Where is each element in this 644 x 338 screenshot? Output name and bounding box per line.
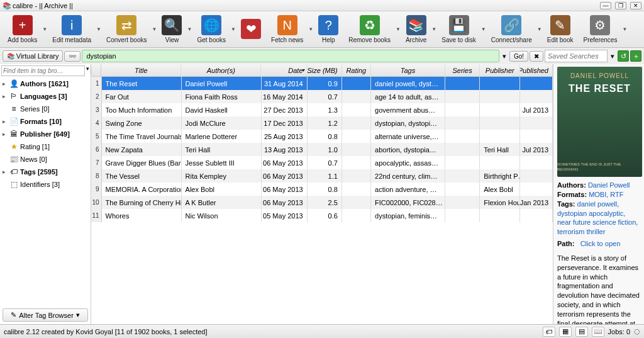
toolbar-drop[interactable]: ▼ — [537, 13, 542, 46]
status-bar: calibre 2.12 created by Kovid Goyal [11 … — [0, 324, 644, 338]
sidebar-item[interactable]: ▸👤Authors [1621] — [0, 77, 91, 90]
alter-tag-browser-button[interactable]: ✎ Alter Tag Browser ▾ — [3, 308, 88, 322]
cover-image[interactable]: DANIEL POWELL THE RESET SOMETIMES THE EN… — [557, 67, 642, 177]
table-row[interactable]: 4Swing ZoneJodi McClure17 Dec 20131.2dys… — [91, 116, 553, 130]
table-row[interactable]: 11WhoresNic Wilson05 May 20130.6dystopia… — [91, 209, 553, 222]
cover-subtitle: SOMETIMES THE END IS JUST THE BEGINNING — [557, 162, 642, 172]
tags-label: Tags: — [557, 200, 575, 208]
layout-list-button[interactable]: ▦ — [559, 327, 572, 337]
col-size[interactable]: Size (MB) — [308, 64, 342, 76]
toolbar-drop[interactable]: ▼ — [431, 13, 436, 46]
main-toolbar: +Add books▼iEdit metadata▼⇄Convert books… — [0, 11, 644, 48]
table-row[interactable]: 8The VesselRita Kempley06 May 20131.122n… — [91, 169, 553, 183]
book-details-panel: DANIEL POWELL THE RESET SOMETIMES THE EN… — [553, 64, 644, 324]
formats-link[interactable]: MOBI, RTF — [589, 191, 623, 198]
saved-dropdown-icon[interactable]: ▾ — [609, 52, 616, 60]
toolbar-preferences[interactable]: ⚙Preferences — [579, 13, 623, 46]
toolbar-drop[interactable]: ▼ — [481, 13, 486, 46]
sidebar-item[interactable]: ▸🏳Languages [3] — [0, 90, 91, 103]
virtual-library-button[interactable]: 📚 Virtual Library — [3, 50, 63, 62]
go-button[interactable]: Go! — [509, 51, 528, 62]
table-row[interactable]: 7Grave Digger Blues (Bare Bones Edi…Jess… — [91, 156, 553, 169]
toolbar-archive[interactable]: 📚Archive — [401, 13, 431, 46]
tag-search-input[interactable] — [1, 65, 85, 76]
toolbar-drop[interactable]: ▼ — [187, 13, 192, 46]
toolbar-drop[interactable]: ▼ — [231, 13, 236, 46]
col-tags[interactable]: Tags — [371, 64, 445, 76]
table-row[interactable]: 1The ResetDaniel Powell31 Aug 20140.9dan… — [91, 77, 553, 90]
toolbar-convert-books[interactable]: ⇄Convert books — [101, 13, 152, 46]
col-rating[interactable]: Rating — [342, 64, 371, 76]
sidebar-item[interactable]: ▸🏛Publisher [649] — [0, 128, 91, 140]
table-row[interactable]: 6New ZapataTeri Hall13 Aug 20131.0aborti… — [91, 143, 553, 156]
minimize-button[interactable]: — — [600, 2, 611, 9]
sidebar-item[interactable]: ★Rating [1] — [0, 140, 91, 153]
clear-search-button[interactable]: ✖ — [530, 51, 543, 62]
toolbar-help[interactable]: ?Help — [313, 13, 343, 46]
search-row: 📚 Virtual Library 👓 ▾ Go! ✖ ▾ ↺ ＋ — [0, 48, 644, 64]
path-link[interactable]: Click to open — [580, 240, 621, 247]
row-number-header — [91, 64, 101, 76]
col-publisher[interactable]: Publisher — [480, 64, 520, 76]
col-published[interactable]: Published — [520, 64, 553, 76]
status-text: calibre 2.12 created by Kovid Goyal [11 … — [4, 328, 207, 335]
title-bar: 📚 calibre - || Archive || — ❐ ✕ — [0, 0, 644, 11]
toolbar-drop[interactable]: ▼ — [42, 13, 47, 46]
tag-browser: ▾ Find ▸👤Authors [1621]▸🏳Languages [3]≡S… — [0, 64, 91, 324]
col-date[interactable]: Date▾ — [261, 64, 307, 76]
saved-searches-input[interactable] — [545, 50, 608, 62]
add-search-button[interactable]: ＋ — [630, 50, 641, 62]
toolbar-drop[interactable]: ▼ — [96, 13, 101, 46]
toolbar-remove-books[interactable]: ♻Remove books — [343, 13, 396, 46]
save-search-button[interactable]: ↺ — [618, 50, 629, 62]
toolbar-donate[interactable]: ❤ — [236, 13, 266, 46]
toolbar-drop[interactable]: ▼ — [152, 13, 157, 46]
book-grid: Title Author(s) Date▾ Size (MB) Rating T… — [91, 64, 553, 324]
toolbar-add-books[interactable]: +Add books — [3, 13, 42, 46]
cover-author: DANIEL POWELL — [570, 72, 629, 81]
table-row[interactable]: 2Far OutFiona Faith Ross16 May 20140.7ag… — [91, 90, 553, 103]
binoculars-button[interactable]: 👓 — [64, 51, 80, 62]
toolbar-drop[interactable]: ▼ — [308, 13, 313, 46]
table-row[interactable]: 9MEMORIA. A Corporation of LiesAlex Bobl… — [91, 183, 553, 196]
col-title[interactable]: Title — [101, 64, 181, 76]
sidebar-item[interactable]: ▸📄Formats [10] — [0, 115, 91, 128]
tag-browser-toggle[interactable]: 🏷 — [543, 327, 555, 337]
jobs-spinner-icon[interactable]: ◌ — [634, 327, 640, 335]
authors-label: Authors: — [557, 181, 586, 189]
search-input[interactable] — [82, 50, 499, 62]
sidebar-item[interactable]: ⬚Identifiers [3] — [0, 178, 91, 191]
window-title: calibre - || Archive || — [13, 2, 73, 9]
toolbar-fetch-news[interactable]: NFetch news — [266, 13, 308, 46]
path-label: Path: — [557, 240, 575, 247]
grid-header: Title Author(s) Date▾ Size (MB) Rating T… — [91, 64, 553, 77]
table-row[interactable]: 10The Burning of Cherry HillA K Butler06… — [91, 196, 553, 209]
toolbar-edit-book[interactable]: ✎Edit book — [542, 13, 579, 46]
toolbar-edit-metadata[interactable]: iEdit metadata — [47, 13, 96, 46]
sidebar-item[interactable]: ≡Series [0] — [0, 103, 91, 115]
cover-title: THE RESET — [569, 82, 631, 96]
jobs-label[interactable]: Jobs: 0 — [608, 328, 630, 335]
toolbar-get-books[interactable]: 🌐Get books — [192, 13, 231, 46]
book-description: The Reset is a story of perseverance. It… — [557, 254, 640, 324]
layout-grid-button[interactable]: ▤ — [575, 327, 588, 337]
toolbar-drop[interactable]: ▼ — [396, 13, 401, 46]
formats-label: Formats: — [557, 191, 587, 198]
tag-search-drop-icon[interactable]: ▾ — [86, 65, 89, 76]
toolbar-connect/share[interactable]: 🔗Connect/share — [486, 13, 537, 46]
sidebar-item[interactable]: ▸🏷Tags [2595] — [0, 166, 91, 178]
close-button[interactable]: ✕ — [630, 2, 641, 9]
maximize-button[interactable]: ❐ — [615, 2, 626, 9]
table-row[interactable]: 5The Time Travel Journals: Bridgebu…Marl… — [91, 130, 553, 143]
toolbar-drop[interactable]: ▼ — [622, 13, 627, 46]
sidebar-item[interactable]: 📰News [0] — [0, 153, 91, 166]
table-row[interactable]: 3Too Much InformationDavid Haskell27 Dec… — [91, 103, 553, 116]
cover-browser-toggle[interactable]: 📖 — [592, 327, 604, 337]
search-dropdown-icon[interactable]: ▾ — [501, 52, 508, 60]
col-series[interactable]: Series — [445, 64, 480, 76]
col-author[interactable]: Author(s) — [181, 64, 261, 76]
app-icon: 📚 — [3, 2, 10, 9]
authors-link[interactable]: Daniel Powell — [588, 181, 630, 189]
toolbar-view[interactable]: 🔍View — [157, 13, 187, 46]
toolbar-save-to-disk[interactable]: 💾Save to disk — [436, 13, 480, 46]
